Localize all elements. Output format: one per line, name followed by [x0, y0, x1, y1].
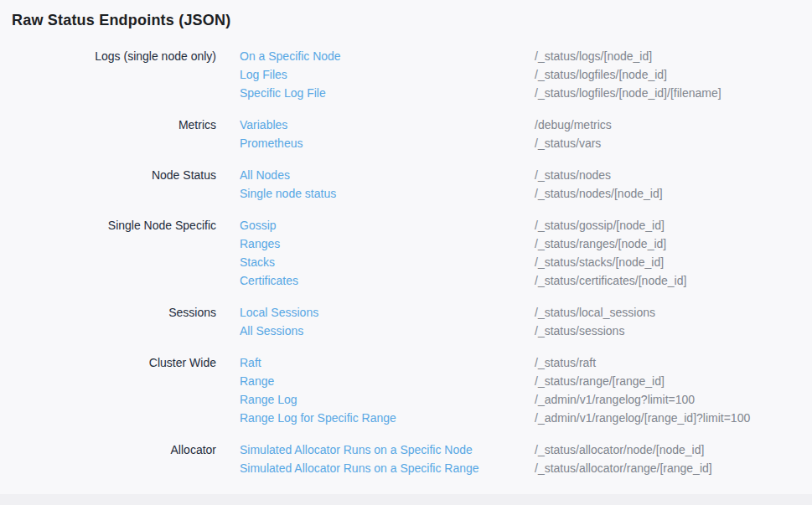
endpoint-row: Gossip/_status/gossip/[node_id]	[240, 216, 800, 234]
raw-status-endpoints-page: Raw Status Endpoints (JSON) Logs (single…	[0, 0, 812, 477]
endpoint-table: Logs (single node only)On a Specific Nod…	[12, 47, 800, 477]
endpoint-rows: Variables/debug/metricsPrometheus/_statu…	[240, 116, 800, 152]
category-label: Cluster Wide	[12, 353, 240, 372]
endpoint-row: Range Log/_admin/v1/rangelog?limit=100	[240, 390, 800, 409]
endpoint-link[interactable]: Simulated Allocator Runs on a Specific N…	[240, 441, 535, 459]
endpoint-group: MetricsVariables/debug/metricsPrometheus…	[12, 116, 800, 152]
endpoint-row: Range Log for Specific Range/_admin/v1/r…	[240, 409, 800, 427]
endpoint-path: /_status/certificates/[node_id]	[535, 271, 686, 290]
endpoint-link[interactable]: Gossip	[240, 216, 535, 234]
endpoint-link[interactable]: Variables	[240, 116, 535, 134]
endpoint-rows: Gossip/_status/gossip/[node_id]Ranges/_s…	[240, 216, 800, 290]
category-label: Metrics	[12, 116, 240, 134]
category-label: Sessions	[12, 303, 240, 322]
endpoint-group: AllocatorSimulated Allocator Runs on a S…	[12, 441, 800, 477]
endpoint-group: Single Node SpecificGossip/_status/gossi…	[12, 216, 800, 290]
endpoint-row: All Sessions/_status/sessions	[240, 322, 800, 340]
endpoint-link[interactable]: Stacks	[240, 253, 535, 271]
endpoint-row: Specific Log File/_status/logfiles/[node…	[240, 84, 800, 102]
endpoint-path: /debug/metrics	[535, 116, 612, 134]
endpoint-row: On a Specific Node/_status/logs/[node_id…	[240, 47, 800, 65]
endpoint-group: Node StatusAll Nodes/_status/nodesSingle…	[12, 166, 800, 203]
endpoint-path: /_admin/v1/rangelog/[range_id]?limit=100	[535, 409, 750, 427]
endpoint-link[interactable]: Range Log for Specific Range	[240, 409, 535, 427]
endpoint-path: /_status/raft	[535, 353, 596, 372]
endpoint-row: Raft/_status/raft	[240, 353, 800, 372]
endpoint-path: /_status/nodes	[535, 166, 611, 184]
endpoint-path: /_status/allocator/node/[node_id]	[535, 441, 704, 459]
endpoint-link[interactable]: Range	[240, 372, 535, 390]
endpoint-row: Certificates/_status/certificates/[node_…	[240, 271, 800, 290]
endpoint-path: /_admin/v1/rangelog?limit=100	[535, 390, 695, 409]
endpoint-link[interactable]: Prometheus	[240, 134, 535, 152]
endpoint-path: /_status/stacks/[node_id]	[535, 253, 664, 271]
endpoint-row: Range/_status/range/[range_id]	[240, 372, 800, 390]
endpoint-row: Log Files/_status/logfiles/[node_id]	[240, 65, 800, 84]
endpoint-link[interactable]: Raft	[240, 353, 535, 372]
endpoint-rows: Raft/_status/raftRange/_status/range/[ra…	[240, 353, 800, 427]
endpoint-link[interactable]: Ranges	[240, 234, 535, 253]
endpoint-row: Single node status/_status/nodes/[node_i…	[240, 184, 800, 203]
endpoint-path: /_status/logfiles/[node_id]	[535, 65, 667, 84]
endpoint-path: /_status/range/[range_id]	[535, 372, 665, 390]
category-label: Allocator	[12, 441, 240, 459]
endpoint-row: Simulated Allocator Runs on a Specific N…	[240, 441, 800, 459]
endpoint-link[interactable]: Local Sessions	[240, 303, 535, 322]
endpoint-link[interactable]: Specific Log File	[240, 84, 535, 102]
endpoint-group: SessionsLocal Sessions/_status/local_ses…	[12, 303, 800, 340]
endpoint-row: Local Sessions/_status/local_sessions	[240, 303, 800, 322]
endpoint-rows: All Nodes/_status/nodesSingle node statu…	[240, 166, 800, 203]
endpoint-path: /_status/allocator/range/[range_id]	[535, 459, 712, 477]
footer-strip	[0, 494, 812, 505]
category-label: Logs (single node only)	[12, 47, 240, 65]
endpoint-row: Ranges/_status/ranges/[node_id]	[240, 234, 800, 253]
endpoint-link[interactable]: Log Files	[240, 65, 535, 84]
endpoint-path: /_status/vars	[535, 134, 601, 152]
endpoint-group: Logs (single node only)On a Specific Nod…	[12, 47, 800, 102]
endpoint-link[interactable]: On a Specific Node	[240, 47, 535, 65]
endpoint-link[interactable]: Single node status	[240, 184, 535, 203]
endpoint-path: /_status/ranges/[node_id]	[535, 234, 666, 253]
endpoint-path: /_status/logfiles/[node_id]/[filename]	[535, 84, 721, 102]
page-title: Raw Status Endpoints (JSON)	[12, 11, 800, 29]
endpoint-group: Cluster WideRaft/_status/raftRange/_stat…	[12, 353, 800, 427]
endpoint-path: /_status/sessions	[535, 322, 624, 340]
endpoint-rows: Simulated Allocator Runs on a Specific N…	[240, 441, 800, 477]
endpoint-path: /_status/nodes/[node_id]	[535, 184, 663, 203]
endpoint-row: All Nodes/_status/nodes	[240, 166, 800, 184]
endpoint-row: Prometheus/_status/vars	[240, 134, 800, 152]
endpoint-rows: Local Sessions/_status/local_sessionsAll…	[240, 303, 800, 340]
endpoint-row: Simulated Allocator Runs on a Specific R…	[240, 459, 800, 477]
endpoint-link[interactable]: All Nodes	[240, 166, 535, 184]
endpoint-row: Stacks/_status/stacks/[node_id]	[240, 253, 800, 271]
endpoint-path: /_status/gossip/[node_id]	[535, 216, 665, 234]
endpoint-link[interactable]: Simulated Allocator Runs on a Specific R…	[240, 459, 535, 477]
endpoint-path: /_status/local_sessions	[535, 303, 655, 322]
endpoint-rows: On a Specific Node/_status/logs/[node_id…	[240, 47, 800, 102]
endpoint-link[interactable]: Range Log	[240, 390, 535, 409]
endpoint-row: Variables/debug/metrics	[240, 116, 800, 134]
endpoint-path: /_status/logs/[node_id]	[535, 47, 652, 65]
category-label: Single Node Specific	[12, 216, 240, 234]
category-label: Node Status	[12, 166, 240, 184]
endpoint-link[interactable]: Certificates	[240, 271, 535, 290]
endpoint-link[interactable]: All Sessions	[240, 322, 535, 340]
